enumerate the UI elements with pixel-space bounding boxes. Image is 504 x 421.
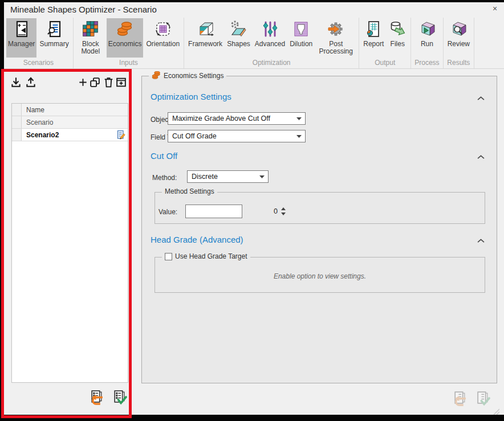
add-window-icon[interactable] xyxy=(115,76,127,88)
field-type-select-value: Cut Off Grade xyxy=(172,132,217,140)
ribbon-button-run[interactable]: Run xyxy=(416,18,438,58)
ribbon-spacer xyxy=(474,18,504,68)
ribbon-button-review[interactable]: Review xyxy=(446,18,472,58)
collapse-chevron-icon[interactable] xyxy=(477,96,485,101)
ribbon-button-orientation[interactable]: Orientation xyxy=(144,18,181,58)
delete-icon[interactable] xyxy=(103,76,115,88)
revert-icon[interactable] xyxy=(89,390,104,405)
revert-icon-disabled[interactable] xyxy=(452,391,468,406)
ribbon-group-label: Process xyxy=(413,58,440,68)
ribbon-button-label: Post Processing xyxy=(317,40,355,55)
review-icon xyxy=(449,20,468,38)
ribbon-button-label: Block Model xyxy=(78,40,104,55)
field-type-select[interactable]: Cut Off Grade xyxy=(168,130,306,142)
ribbon-button-label: Review xyxy=(448,40,470,48)
value-label: Value: xyxy=(158,208,177,216)
shapes-icon xyxy=(229,20,247,38)
method-label: Method: xyxy=(152,174,177,182)
block-model-icon xyxy=(82,20,100,38)
window-title: Mineable Shapes Optimizer - Scenario xyxy=(10,5,157,14)
ribbon-button-report[interactable]: Report xyxy=(361,18,385,58)
close-button[interactable]: × xyxy=(489,3,501,14)
ribbon-button-label: Report xyxy=(363,40,384,48)
ribbon-button-label: Advanced xyxy=(255,40,285,48)
ribbon-button-shapes[interactable]: Shapes xyxy=(225,18,252,58)
economics-settings-legend-text: Economics Settings xyxy=(164,72,223,80)
spin-down-icon[interactable] xyxy=(281,212,286,216)
spin-up-icon[interactable] xyxy=(281,207,286,211)
objective-select[interactable]: Maximize Grade Above Cut Off xyxy=(168,112,306,125)
ribbon-group-inputs: Block Model Economics xyxy=(74,18,184,68)
value-spinner[interactable] xyxy=(185,205,242,218)
method-settings-legend: Method Settings xyxy=(162,187,217,195)
ribbon-button-label: Files xyxy=(391,40,405,48)
ribbon-group-label: Results xyxy=(446,58,472,68)
post-processing-icon xyxy=(327,20,345,38)
method-select[interactable]: Discrete xyxy=(187,170,269,183)
summary-icon xyxy=(45,20,63,38)
export-icon[interactable] xyxy=(25,76,37,88)
dropdown-arrow-icon xyxy=(296,135,302,138)
collapse-chevron-icon[interactable] xyxy=(477,239,485,243)
use-head-grade-checkbox[interactable] xyxy=(165,253,172,260)
framework-icon xyxy=(196,20,214,38)
spinner-buttons xyxy=(281,205,286,218)
table-row[interactable]: Scenario xyxy=(12,116,128,129)
economics-settings-legend: Economics Settings xyxy=(149,71,226,80)
apply-icon[interactable] xyxy=(112,390,127,405)
ribbon-button-block-model[interactable]: Block Model xyxy=(76,18,105,58)
row-selector-cell xyxy=(12,104,22,116)
cut-off-title: Cut Off xyxy=(151,151,177,161)
report-icon xyxy=(364,20,383,38)
economics-icon xyxy=(116,20,134,38)
scenario-name-cell[interactable]: Scenario2 xyxy=(26,131,59,139)
resize-grip[interactable] xyxy=(488,408,499,415)
ribbon-button-files[interactable]: Files xyxy=(387,18,408,58)
value-input[interactable] xyxy=(186,205,281,218)
scenario-name-cell[interactable]: Scenario xyxy=(22,118,128,126)
ribbon-button-label: Framework xyxy=(188,40,222,48)
ribbon-group-label: Output xyxy=(361,58,408,68)
head-grade-title: Head Grade (Advanced) xyxy=(151,235,243,244)
ribbon-group-results: Review Results xyxy=(444,18,474,68)
orientation-icon xyxy=(154,20,172,38)
import-icon[interactable] xyxy=(10,76,22,88)
ribbon: Manager Summary Scenarios xyxy=(4,18,504,69)
economics-small-icon xyxy=(152,71,161,80)
advanced-icon xyxy=(261,20,279,38)
ribbon-button-label: Run xyxy=(421,40,433,48)
files-icon xyxy=(388,20,407,38)
ribbon-group-label: Scenarios xyxy=(6,58,71,68)
add-icon[interactable] xyxy=(78,77,88,88)
ribbon-group-label: Inputs xyxy=(76,58,181,68)
method-settings-legend-text: Method Settings xyxy=(165,187,214,195)
name-column-header[interactable]: Name xyxy=(22,106,128,114)
run-icon xyxy=(418,20,436,38)
duplicate-icon[interactable] xyxy=(89,76,101,88)
edit-icon[interactable] xyxy=(116,130,126,140)
dropdown-arrow-icon xyxy=(259,175,265,178)
ribbon-button-framework[interactable]: Framework xyxy=(186,18,224,58)
ribbon-button-label: Economics xyxy=(108,40,142,48)
ribbon-group-output: Report Files Output xyxy=(359,18,411,68)
collapse-chevron-icon[interactable] xyxy=(477,155,485,160)
ribbon-button-manager[interactable]: Manager xyxy=(6,18,36,58)
dilution-icon xyxy=(292,20,310,38)
ribbon-group-optimization: Framework Shapes Advanced xyxy=(184,18,359,68)
ribbon-button-post-processing[interactable]: Post Processing xyxy=(315,18,356,58)
objective-select-value: Maximize Grade Above Cut Off xyxy=(172,115,270,122)
ribbon-button-advanced[interactable]: Advanced xyxy=(253,18,287,58)
row-selector-cell[interactable] xyxy=(12,116,22,128)
head-grade-legend: Use Head Grade Target xyxy=(162,252,250,260)
manager-icon xyxy=(13,20,31,38)
ribbon-button-economics[interactable]: Economics xyxy=(107,18,144,58)
table-row[interactable]: Scenario2 xyxy=(12,129,128,141)
ribbon-button-dilution[interactable]: Dilution xyxy=(288,18,314,58)
method-settings-groupbox: Method Settings Value: xyxy=(155,192,485,224)
ribbon-button-summary[interactable]: Summary xyxy=(38,18,70,58)
apply-icon-disabled[interactable] xyxy=(475,391,490,406)
ribbon-button-label: Manager xyxy=(8,40,35,48)
dropdown-arrow-icon xyxy=(296,117,302,120)
row-selector-cell[interactable] xyxy=(12,129,22,141)
ribbon-group-label: Optimization xyxy=(186,58,356,68)
